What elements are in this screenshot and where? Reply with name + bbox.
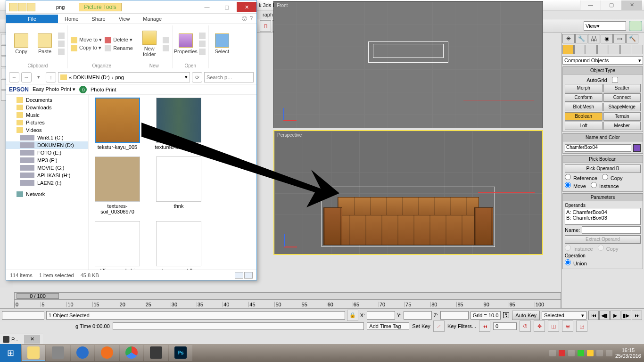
copy-path-icon[interactable] (58, 41, 65, 47)
y-coord-input[interactable] (404, 311, 432, 320)
connect-button[interactable]: Connect (603, 93, 641, 102)
keyfilters-button[interactable]: Key Filters... (447, 323, 476, 329)
move-radio[interactable]: Move (565, 182, 586, 189)
loft-button[interactable]: Loft (565, 122, 603, 130)
x-coord-input[interactable] (367, 311, 395, 320)
history-icon[interactable] (199, 49, 206, 55)
autogrid-checkbox[interactable] (612, 77, 618, 83)
display-tab-icon[interactable]: ▭ (613, 34, 626, 43)
taskbar-item-chrome[interactable] (120, 345, 143, 361)
cameras-icon[interactable] (597, 45, 609, 54)
time-tag[interactable]: Add Time Tag (367, 322, 409, 330)
current-frame-input[interactable]: 0 (493, 322, 517, 330)
maximize-button[interactable]: ▢ (601, 0, 621, 10)
paste-shortcut-icon[interactable] (58, 49, 65, 55)
next-frame-icon[interactable]: ▮▶ (621, 311, 631, 320)
lights-icon[interactable] (586, 45, 597, 54)
scatter-button[interactable]: Scatter (603, 84, 641, 92)
tree-drive-e[interactable]: FOTO (E:) (6, 149, 88, 156)
helpers-icon[interactable] (609, 45, 620, 54)
properties-button[interactable]: Properties (175, 33, 196, 54)
viewport-perspective[interactable]: Perspective (273, 130, 543, 255)
key-mode-dropdown[interactable]: Selected▾ (542, 311, 586, 320)
easy-photo-print[interactable]: Easy Photo Print ▾ (33, 86, 75, 92)
qat-icon[interactable] (27, 3, 35, 11)
prev-key-icon[interactable]: ⏮ (479, 321, 490, 332)
clock[interactable]: 16:15 25/03/2016 (615, 347, 641, 359)
tray-icon[interactable] (578, 350, 584, 356)
instance-radio[interactable]: Instance (591, 182, 619, 189)
forward-button[interactable]: → (21, 72, 32, 82)
cut-icon[interactable] (58, 33, 65, 39)
tree-videos[interactable]: Videos (6, 126, 88, 134)
tree-drive-i[interactable]: LAEN2 (I:) (6, 179, 88, 187)
file-tab[interactable]: File (6, 15, 58, 23)
help-icon[interactable]: ? (250, 15, 253, 22)
photo-print[interactable]: Photo Print (91, 87, 116, 92)
tray-icon[interactable] (587, 350, 594, 356)
shapes-icon[interactable] (574, 45, 586, 54)
shapemerge-button[interactable]: ShapeMerge (603, 103, 641, 111)
nav-tree[interactable]: Documents Downloads Music Pictures Video… (6, 95, 89, 270)
autokey-button[interactable]: Auto Key (512, 311, 540, 320)
delete-button[interactable]: Delete ▾ (105, 37, 133, 43)
maximize-button[interactable]: ▢ (217, 2, 237, 12)
maxscript-listener[interactable] (113, 322, 364, 330)
file-item[interactable]: textures-soil_00306970 (91, 156, 143, 214)
view-tab[interactable]: View (112, 15, 137, 23)
tree-drive-c[interactable]: Win8.1 (C:) (6, 134, 88, 141)
back-button[interactable]: ← (9, 72, 19, 82)
file-item[interactable]: tiffany-snsd chi (91, 221, 143, 270)
time-slider[interactable]: 0 / 100 (14, 292, 561, 300)
start-button[interactable]: ⊞ (0, 344, 21, 362)
conform-button[interactable]: Conform (565, 93, 603, 102)
max-taskgroup-label[interactable]: P... (11, 337, 18, 342)
motion-tab-icon[interactable]: ◉ (601, 34, 613, 43)
taskbar-item-3dsmax[interactable] (144, 345, 168, 361)
share-tab[interactable]: Share (85, 15, 112, 23)
rename-button[interactable]: Rename (105, 45, 133, 51)
z-coord-input[interactable] (440, 311, 469, 320)
address-bar[interactable]: « DOKUMEN (D:)›png ▾ (58, 72, 190, 82)
goto-start-icon[interactable]: ⏮ (588, 311, 599, 320)
keyboard-icon[interactable] (549, 350, 556, 356)
tree-drive-d[interactable]: DOKUMEN (D:) (6, 141, 88, 149)
key-icon[interactable]: ⚿ (503, 311, 510, 320)
file-item[interactable]: tekstur-kayu_005 (91, 98, 143, 150)
tree-drive-h[interactable]: APLIKASI (H:) (6, 172, 88, 179)
open-icon[interactable] (199, 33, 206, 39)
tree-drive-f[interactable]: MP3 (F:) (6, 156, 88, 164)
close-button[interactable]: ✕ (621, 0, 642, 10)
viewport-nav-icon[interactable]: ◲ (576, 321, 587, 332)
create-tab-icon[interactable]: ✳ (562, 34, 575, 43)
time-config-icon[interactable]: ⏱ (520, 321, 531, 332)
system-tray[interactable]: 16:15 25/03/2016 (546, 347, 644, 359)
new-folder-button[interactable]: New folder (139, 31, 160, 57)
play-icon[interactable]: ▶ (610, 311, 620, 320)
tray-icon[interactable] (559, 350, 565, 356)
setkey-button[interactable]: Set Key (412, 323, 430, 329)
taskbar-item[interactable] (46, 345, 70, 361)
color-swatch[interactable] (633, 144, 641, 152)
viewport-nav-icon[interactable]: ✥ (534, 321, 545, 332)
time-slider-handle[interactable]: 0 / 100 (17, 293, 59, 299)
details-view-icon[interactable] (235, 272, 243, 279)
operands-list[interactable]: A: ChamferBox04 B: ChamferBox03 (565, 208, 641, 225)
lock-selection-icon[interactable]: 🔒 (347, 310, 358, 321)
taskbar-item-photoshop[interactable]: Ps (169, 345, 192, 361)
utilities-tab-icon[interactable]: 🔨 (626, 34, 638, 43)
tree-music[interactable]: Music (6, 111, 88, 119)
taskbar-item-ie[interactable] (71, 345, 94, 361)
new-item-icon[interactable] (163, 37, 169, 43)
tree-network[interactable]: Network (6, 190, 88, 198)
manage-tab[interactable]: Manage (136, 15, 168, 23)
edit-icon[interactable] (199, 41, 206, 47)
up-button[interactable]: ↑ (46, 72, 56, 82)
home-tab[interactable]: Home (58, 15, 85, 23)
terrain-button[interactable]: Terrain (603, 112, 641, 121)
tree-pictures[interactable]: Pictures (6, 119, 88, 126)
goto-end-icon[interactable]: ⏭ (632, 311, 642, 320)
refresh-button[interactable]: ⟳ (192, 72, 202, 82)
boolean-button[interactable]: Boolean (565, 112, 603, 121)
operand-name-input[interactable] (582, 226, 641, 234)
